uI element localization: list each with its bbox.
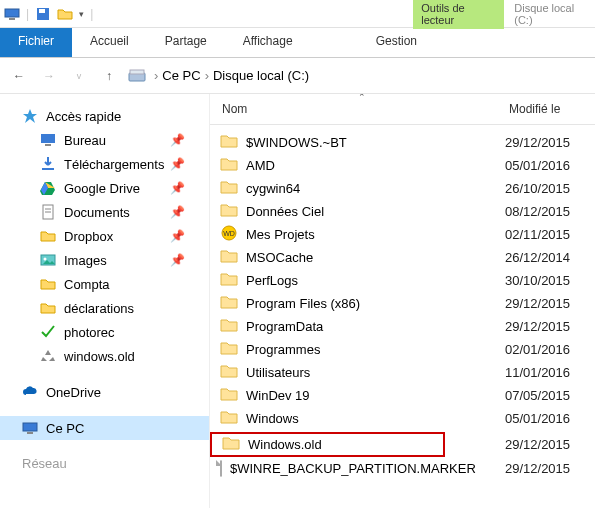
file-row[interactable]: PerfLogs30/10/2015 bbox=[210, 269, 595, 292]
sidebar-item-label: Google Drive bbox=[64, 181, 140, 196]
sidebar-item-label: windows.old bbox=[64, 349, 135, 364]
file-row[interactable]: MSOCache26/12/2014 bbox=[210, 246, 595, 269]
breadcrumb-segment[interactable]: Ce PC bbox=[162, 68, 200, 83]
folder-icon bbox=[220, 363, 238, 382]
sort-asc-icon: ⌃ bbox=[358, 94, 366, 102]
sidebar-item[interactable]: Compta bbox=[0, 272, 209, 296]
tab-share[interactable]: Partage bbox=[147, 28, 225, 57]
address-bar: ← → v ↑ › Ce PC › Disque local (C:) bbox=[0, 58, 595, 94]
back-button[interactable]: ← bbox=[8, 65, 30, 87]
nav-this-pc[interactable]: Ce PC bbox=[0, 416, 209, 440]
file-date: 02/01/2016 bbox=[505, 342, 595, 357]
sidebar-item[interactable]: windows.old bbox=[0, 344, 209, 368]
sidebar-item-label: Dropbox bbox=[64, 229, 113, 244]
file-date: 08/12/2015 bbox=[505, 204, 595, 219]
file-row[interactable]: cygwin6426/10/2015 bbox=[210, 177, 595, 200]
file-name: PerfLogs bbox=[246, 273, 298, 288]
file-row[interactable]: Programmes02/01/2016 bbox=[210, 338, 595, 361]
file-name: Windows.old bbox=[248, 437, 322, 452]
sidebar-item[interactable]: Dropbox📌 bbox=[0, 224, 209, 248]
svg-rect-1 bbox=[9, 18, 15, 20]
tab-view[interactable]: Affichage bbox=[225, 28, 311, 57]
sidebar-item[interactable]: déclarations bbox=[0, 296, 209, 320]
column-modified[interactable]: Modifié le bbox=[505, 94, 595, 124]
file-date: 29/12/2015 bbox=[505, 461, 595, 476]
svg-rect-0 bbox=[5, 9, 19, 17]
folder-icon bbox=[222, 435, 240, 454]
file-row[interactable]: $WINDOWS.~BT29/12/2015 bbox=[210, 131, 595, 154]
file-row[interactable]: ProgramData29/12/2015 bbox=[210, 315, 595, 338]
file-name: ProgramData bbox=[246, 319, 323, 334]
sidebar-item-label: Images bbox=[64, 253, 107, 268]
context-tab-group: Outils de lecteur Disque local (C:) bbox=[413, 0, 591, 29]
sidebar-item[interactable]: Téléchargements📌 bbox=[0, 152, 209, 176]
sidebar-item[interactable]: Documents📌 bbox=[0, 200, 209, 224]
file-row[interactable]: Utilisateurs11/01/2016 bbox=[210, 361, 595, 384]
desktop-icon bbox=[40, 132, 56, 148]
cloud-icon bbox=[22, 384, 38, 400]
file-row[interactable]: Windows.old29/12/2015 bbox=[210, 430, 595, 459]
file-date: 29/12/2015 bbox=[505, 319, 595, 334]
qat-dropdown-icon[interactable]: ▾ bbox=[79, 9, 84, 19]
file-row[interactable]: WinDev 1907/05/2015 bbox=[210, 384, 595, 407]
breadcrumb-segment[interactable]: Disque local (C:) bbox=[213, 68, 309, 83]
images-icon bbox=[40, 252, 56, 268]
sidebar-item-label: Documents bbox=[64, 205, 130, 220]
folder-qat-icon[interactable] bbox=[57, 6, 73, 22]
sidebar-item-label: Compta bbox=[64, 277, 110, 292]
this-pc-icon[interactable] bbox=[4, 6, 20, 22]
title-bar: | ▾ | Outils de lecteur Disque local (C:… bbox=[0, 0, 595, 28]
chevron-right-icon[interactable]: › bbox=[205, 68, 209, 83]
sidebar-item[interactable]: Images📌 bbox=[0, 248, 209, 272]
file-date: 29/12/2015 bbox=[505, 135, 595, 150]
file-row[interactable]: Program Files (x86)29/12/2015 bbox=[210, 292, 595, 315]
folder-icon bbox=[220, 340, 238, 359]
file-row[interactable]: Windows05/01/2016 bbox=[210, 407, 595, 430]
folder-icon bbox=[220, 133, 238, 152]
svg-rect-13 bbox=[23, 423, 37, 431]
up-button[interactable]: ↑ bbox=[98, 65, 120, 87]
folder-icon bbox=[220, 179, 238, 198]
forward-button[interactable]: → bbox=[38, 65, 60, 87]
breadcrumb[interactable]: › Ce PC › Disque local (C:) bbox=[154, 68, 309, 83]
sidebar-item[interactable]: Google Drive📌 bbox=[0, 176, 209, 200]
pin-icon: 📌 bbox=[170, 229, 185, 243]
file-row[interactable]: Données Ciel08/12/2015 bbox=[210, 200, 595, 223]
content-area: Accès rapide Bureau📌Téléchargements📌Goog… bbox=[0, 94, 595, 508]
file-name: $WINRE_BACKUP_PARTITION.MARKER bbox=[230, 461, 476, 476]
column-name[interactable]: Nom ⌃ bbox=[210, 94, 505, 124]
sidebar-item[interactable]: photorec bbox=[0, 320, 209, 344]
file-name: Programmes bbox=[246, 342, 320, 357]
folder-icon bbox=[40, 276, 56, 292]
sidebar-item-label: Bureau bbox=[64, 133, 106, 148]
nav-network[interactable]: Réseau bbox=[0, 452, 209, 475]
sidebar-item-label: déclarations bbox=[64, 301, 134, 316]
sidebar-item[interactable]: Bureau📌 bbox=[0, 128, 209, 152]
folder-icon: WD bbox=[220, 225, 238, 244]
folder-icon bbox=[40, 228, 56, 244]
nav-quick-access[interactable]: Accès rapide bbox=[0, 104, 209, 128]
file-row[interactable]: $WINRE_BACKUP_PARTITION.MARKER29/12/2015 bbox=[210, 459, 595, 478]
file-row[interactable]: WDMes Projets02/11/2015 bbox=[210, 223, 595, 246]
chevron-right-icon[interactable]: › bbox=[154, 68, 158, 83]
svg-point-12 bbox=[44, 258, 47, 261]
file-date: 02/11/2015 bbox=[505, 227, 595, 242]
save-icon[interactable] bbox=[35, 6, 51, 22]
tab-home[interactable]: Accueil bbox=[72, 28, 147, 57]
breadcrumb-drive-icon[interactable] bbox=[128, 67, 146, 85]
navigation-pane: Accès rapide Bureau📌Téléchargements📌Goog… bbox=[0, 94, 210, 508]
svg-rect-3 bbox=[39, 9, 45, 13]
pin-icon: 📌 bbox=[170, 157, 185, 171]
file-date: 05/01/2016 bbox=[505, 158, 595, 173]
pin-icon: 📌 bbox=[170, 253, 185, 267]
file-date: 11/01/2016 bbox=[505, 365, 595, 380]
file-name: Utilisateurs bbox=[246, 365, 310, 380]
recent-dropdown[interactable]: v bbox=[68, 65, 90, 87]
svg-rect-5 bbox=[130, 70, 144, 74]
tab-manage[interactable]: Gestion bbox=[358, 28, 435, 57]
file-row[interactable]: AMD05/01/2016 bbox=[210, 154, 595, 177]
file-date: 29/12/2015 bbox=[505, 437, 595, 452]
nav-onedrive[interactable]: OneDrive bbox=[0, 380, 209, 404]
pin-icon: 📌 bbox=[170, 181, 185, 195]
tab-file[interactable]: Fichier bbox=[0, 28, 72, 57]
